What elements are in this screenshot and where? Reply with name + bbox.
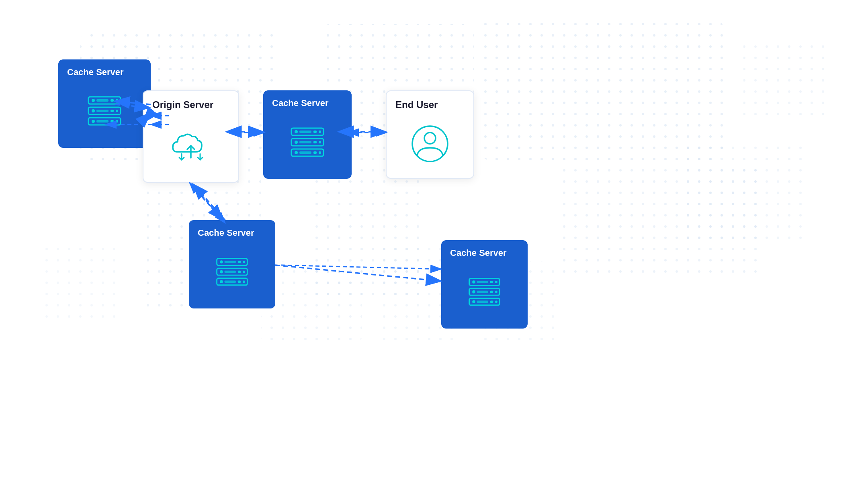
svg-point-49: [424, 133, 436, 144]
cache-server-br-label: Cache Server: [450, 247, 507, 259]
svg-rect-74: [495, 291, 497, 293]
svg-rect-41: [313, 141, 317, 143]
cache-server-mid-icon: [272, 116, 343, 170]
cache-server-top-left: Cache Server: [58, 59, 151, 148]
svg-rect-37: [319, 131, 321, 133]
svg-rect-79: [495, 301, 497, 303]
svg-rect-46: [313, 151, 317, 154]
svg-rect-73: [490, 291, 493, 293]
svg-point-34: [295, 130, 298, 133]
svg-rect-47: [319, 151, 321, 154]
cache-server-middle: Cache Server: [263, 90, 352, 179]
diagram-container: Cache Server: [0, 0, 868, 488]
cache-server-bottom-left: Cache Server: [189, 220, 275, 308]
end-user-icon: [395, 118, 465, 169]
svg-rect-18: [111, 99, 114, 102]
svg-rect-77: [477, 301, 488, 303]
cache-server-mid-label: Cache Server: [272, 98, 329, 109]
svg-rect-57: [225, 271, 236, 273]
origin-server-icon: [152, 118, 229, 173]
origin-server-label: Origin Server: [152, 98, 213, 111]
svg-point-26: [92, 120, 95, 123]
cache-server-bl-label: Cache Server: [198, 227, 254, 239]
svg-rect-29: [116, 120, 118, 123]
cache-server-tl-label: Cache Server: [67, 67, 124, 78]
svg-rect-63: [238, 281, 241, 283]
svg-point-76: [472, 300, 475, 304]
svg-point-16: [92, 99, 95, 102]
svg-rect-52: [225, 261, 236, 263]
svg-rect-28: [111, 120, 114, 123]
svg-rect-22: [96, 110, 108, 112]
svg-rect-67: [477, 281, 488, 283]
svg-rect-64: [243, 281, 245, 283]
svg-rect-58: [238, 271, 241, 273]
svg-rect-59: [243, 271, 245, 273]
svg-rect-24: [116, 110, 118, 112]
svg-rect-72: [477, 291, 488, 293]
svg-rect-69: [495, 281, 497, 283]
cache-server-tl-icon: [67, 86, 142, 139]
svg-rect-62: [225, 281, 236, 283]
cache-server-br-icon: [450, 266, 519, 320]
svg-point-21: [92, 109, 95, 112]
svg-rect-19: [116, 99, 118, 102]
svg-point-56: [220, 270, 223, 274]
svg-rect-40: [299, 141, 311, 143]
svg-rect-78: [490, 301, 493, 303]
svg-point-66: [472, 281, 475, 284]
svg-point-51: [220, 261, 223, 264]
svg-point-44: [295, 151, 298, 154]
svg-rect-45: [299, 151, 311, 154]
svg-rect-53: [238, 261, 241, 263]
svg-rect-68: [490, 281, 493, 283]
end-user-label: End User: [395, 98, 438, 111]
svg-point-61: [220, 280, 223, 284]
svg-rect-35: [299, 131, 311, 133]
end-user: End User: [386, 90, 474, 179]
svg-rect-17: [96, 99, 108, 102]
svg-rect-27: [96, 120, 108, 123]
svg-point-39: [295, 141, 298, 144]
svg-rect-23: [111, 110, 114, 112]
cache-server-bl-icon: [198, 246, 266, 300]
svg-rect-54: [243, 261, 245, 263]
origin-server: Origin Server: [143, 90, 239, 183]
svg-rect-36: [313, 131, 317, 133]
cache-server-bottom-right: Cache Server: [441, 240, 528, 329]
svg-rect-42: [319, 141, 321, 143]
svg-point-71: [472, 290, 475, 294]
